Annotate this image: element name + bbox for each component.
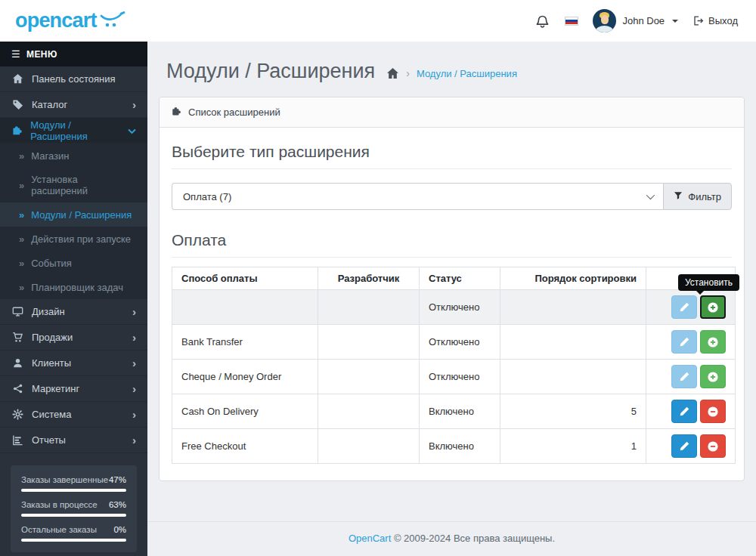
extension-name: Cash On Delivery [172,394,318,429]
extension-type-filter-group: Оплата (7) Фильтр [172,183,732,210]
logout-icon [692,15,704,26]
developer-cell [318,429,420,464]
sort-order-cell: 5 [500,394,646,429]
sidebar-item-reports[interactable]: Отчеты › [0,428,147,453]
submenu-item-marketplace[interactable]: » Магазин [0,144,147,168]
edit-button[interactable] [671,434,697,458]
pencil-icon [679,371,690,382]
extension-name: Cheque / Money Order [172,360,318,394]
panel-header: Список расширений [160,97,744,128]
filter-label: Фильтр [688,191,721,202]
extension-row: Free Checkout Включено 1 [172,429,736,464]
stat-label: Заказы завершенные [21,475,108,484]
stat-processing-orders: Заказы в процессе 63% [21,500,126,517]
extension-type-select[interactable]: Оплата (7) [172,183,663,210]
breadcrumb-home-icon[interactable] [386,67,399,80]
plus-circle-icon [707,371,719,383]
puzzle-icon [171,106,181,119]
uninstall-button[interactable] [700,400,726,423]
submenu-item-installer[interactable]: » Установка расширений [0,168,147,202]
footer-opencart-link[interactable]: OpenCart [349,533,391,544]
install-button[interactable] [700,330,726,354]
install-button[interactable] [700,295,726,319]
edit-button[interactable] [671,400,697,423]
sidebar-item-sales[interactable]: Продажи › [0,325,147,351]
chevron-down-icon [646,191,655,199]
uninstall-button[interactable] [700,434,726,458]
extension-name: Bank Transfer [172,325,318,360]
edit-button[interactable] [671,365,697,388]
submenu-item-cron[interactable]: » Планировщик задач [0,275,147,299]
plus-circle-icon [707,301,719,314]
sidebar-menu-header[interactable]: ☰ МЕНЮ [0,42,147,66]
user-name: John Doe [622,15,665,26]
developer-cell [318,290,420,325]
sort-order-cell [500,325,646,360]
extension-row: Cheque / Money Order Отключено [172,360,736,394]
tag-icon [11,99,24,110]
chevron-right-icon: › [132,332,136,343]
install-button[interactable] [700,365,726,388]
sidebar-item-customers[interactable]: Клиенты › [0,351,147,376]
sidebar-item-marketing[interactable]: Маркетинг › [0,376,147,402]
submenu-item-startup[interactable]: » Действия при запуске [0,227,147,251]
col-developer: Разработчик [318,267,420,290]
language-flag-ru[interactable] [565,17,578,26]
edit-button[interactable] [671,330,697,354]
col-status: Статус [420,267,500,290]
main-content: Модули / Расширения › Модули / Расширени… [147,42,756,556]
submenu-item-events[interactable]: » События [0,251,147,275]
submenu-item-label: События [31,258,72,269]
stat-other-orders: Остальные заказы 0% [21,525,126,542]
logo-text: opencart [15,11,97,31]
sidebar-item-label: Продажи [32,332,73,343]
notifications-bell-icon[interactable] [534,13,550,29]
submenu-item-label: Действия при запуске [31,233,131,245]
minus-circle-icon [707,440,719,453]
sidebar-item-extensions[interactable]: Модули / Расширения [0,118,147,144]
hamburger-icon: ☰ [11,48,20,60]
selected-option: Оплата (7) [183,191,231,202]
chevron-right-icon: › [132,306,136,317]
cart-swoosh-icon [100,11,125,31]
filter-button[interactable]: Фильтр [663,183,732,210]
submenu-item-extensions[interactable]: » Модули / Расширения [0,202,147,227]
stat-label: Остальные заказы [21,525,97,534]
stat-label: Заказы в процессе [21,500,98,509]
minus-circle-icon [707,406,719,418]
sidebar-item-label: Система [32,409,71,420]
submenu-item-label: Магазин [31,150,69,162]
sidebar-item-dashboard[interactable]: Панель состояния [0,66,147,92]
home-icon [11,73,24,85]
chevron-right-icon: › [132,434,136,446]
sidebar-item-catalog[interactable]: Каталог › [0,92,147,118]
plus-circle-icon [707,336,719,348]
choose-extension-type-heading: Выберите тип расширения [172,141,732,169]
developer-cell [318,394,420,429]
developer-cell [318,360,420,394]
user-icon [11,357,24,369]
pencil-icon [679,301,690,313]
sort-order-cell [500,360,646,394]
logout-button[interactable]: Выход [692,15,738,26]
double-chevron-icon: » [19,209,24,221]
sidebar-item-label: Маркетинг [32,383,79,394]
progress-bar [21,539,126,542]
user-menu[interactable]: John Doe [593,9,678,32]
edit-button[interactable] [671,295,697,319]
sidebar-item-label: Дизайн [32,306,65,317]
stat-value: 0% [113,525,126,534]
opencart-logo[interactable]: opencart [15,11,125,31]
double-chevron-icon: » [19,258,24,269]
chevron-down-icon [128,125,136,136]
extension-list-panel: Список расширений Выберите тип расширени… [159,97,745,481]
sidebar-item-label: Модули / Расширения [30,119,120,142]
sort-order-cell [500,290,646,325]
display-icon [11,306,24,317]
progress-bar [21,514,126,517]
breadcrumb-link[interactable]: Модули / Расширения [417,68,517,79]
sidebar-item-system[interactable]: Система › [0,402,147,428]
sidebar-item-design[interactable]: Дизайн › [0,299,147,325]
breadcrumb-separator: › [406,67,410,79]
stat-value: 47% [109,475,126,484]
